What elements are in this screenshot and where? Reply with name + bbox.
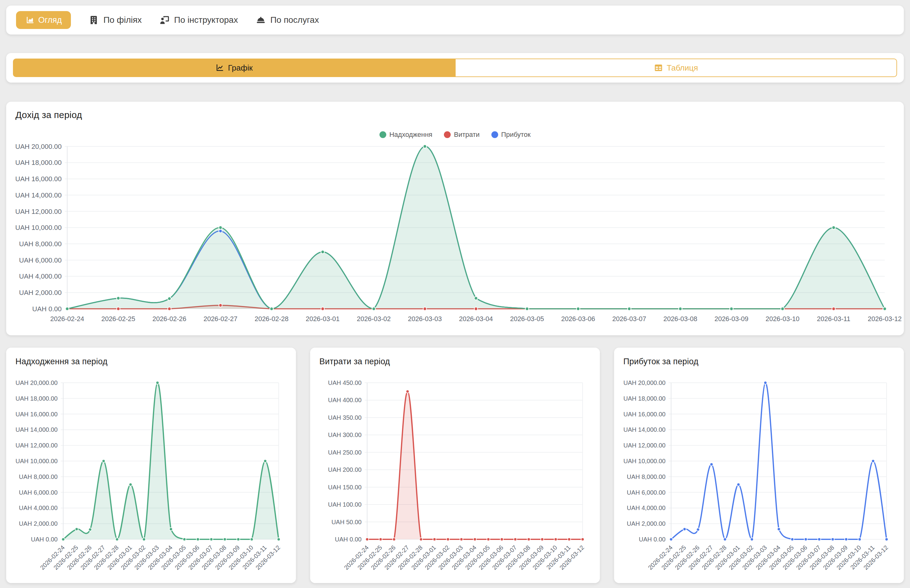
data-point-marker <box>697 528 700 531</box>
data-point-marker <box>474 296 478 300</box>
y-axis-tick-label: UAH 0.00 <box>335 536 362 543</box>
nav-tab-overview[interactable]: Огляд <box>16 11 71 29</box>
instructor-icon <box>160 15 170 25</box>
data-point-marker <box>250 538 254 541</box>
data-point-marker <box>196 538 199 541</box>
x-axis-tick-label: 2026-02-25 <box>102 315 135 323</box>
series-area-Витрати <box>367 391 583 539</box>
data-point-marker <box>791 538 794 541</box>
nav-tab-label: По інструкторах <box>174 15 238 25</box>
profit-chart-card: Прибуток за період UAH 0.00UAH 2,000.00U… <box>614 347 904 583</box>
x-axis-tick-label: 2026-03-02 <box>357 315 391 323</box>
data-point-marker <box>423 307 427 311</box>
nav-tab-services[interactable]: По послугах <box>256 15 319 25</box>
data-point-marker <box>554 538 558 541</box>
y-axis-tick-label: UAH 18,000.00 <box>15 395 58 402</box>
y-axis-tick-label: UAH 6,000.00 <box>19 257 61 264</box>
data-point-marker <box>781 307 784 311</box>
data-point-marker <box>61 538 65 541</box>
data-point-marker <box>219 304 222 307</box>
data-point-marker <box>237 538 240 541</box>
y-axis-tick-label: UAH 16,000.00 <box>15 175 61 183</box>
y-axis-tick-label: UAH 8,000.00 <box>19 473 58 480</box>
data-point-marker <box>116 538 119 541</box>
data-point-marker <box>525 307 529 311</box>
y-axis-tick-label: UAH 4,000.00 <box>627 504 666 511</box>
profit-chart-svg: UAH 0.00UAH 2,000.00UAH 4,000.00UAH 6,00… <box>614 347 904 583</box>
toggle-option-chart[interactable]: Графік <box>13 58 455 77</box>
bell-icon <box>256 15 266 25</box>
data-point-marker <box>567 538 571 541</box>
y-axis-tick-label: UAH 20,000.00 <box>623 380 666 386</box>
data-point-marker <box>372 307 375 311</box>
data-point-marker <box>831 538 834 541</box>
data-point-marker <box>219 226 222 229</box>
y-axis-tick-label: UAH 2,000.00 <box>627 520 666 527</box>
main-chart-card: Дохід за період НадходженняВитратиПрибут… <box>6 102 904 335</box>
x-axis-tick-label: 2026-03-11 <box>817 315 850 323</box>
y-axis-tick-label: UAH 450.00 <box>328 380 362 386</box>
x-axis-tick-label: 2026-03-10 <box>766 315 800 323</box>
y-axis-tick-label: UAH 10,000.00 <box>623 458 666 464</box>
data-point-marker <box>541 538 544 541</box>
y-axis-tick-label: UAH 8,000.00 <box>627 473 666 480</box>
x-axis-tick-label: 2026-03-06 <box>561 315 595 323</box>
nav-tab-instructors[interactable]: По інструкторах <box>160 15 238 25</box>
data-point-marker <box>487 538 490 541</box>
x-axis-tick-label: 2026-03-05 <box>510 315 544 323</box>
data-point-marker <box>514 538 517 541</box>
y-axis-tick-label: UAH 0.00 <box>32 305 61 313</box>
data-point-marker <box>832 307 836 311</box>
x-axis-tick-label: 2026-03-08 <box>663 315 697 323</box>
data-point-marker <box>156 381 159 384</box>
data-point-marker <box>500 538 503 541</box>
data-point-marker <box>168 297 171 300</box>
data-point-marker <box>270 307 273 311</box>
income-chart-card: Надходження за період UAH 0.00UAH 2,000.… <box>6 347 296 583</box>
y-axis-tick-label: UAH 2,000.00 <box>19 289 61 296</box>
data-point-marker <box>168 307 171 311</box>
x-axis-tick-label: 2026-03-04 <box>459 315 493 323</box>
data-point-marker <box>628 307 631 311</box>
main-chart-svg: UAH 0.00UAH 2,000.00UAH 4,000.00UAH 6,00… <box>6 102 904 335</box>
data-point-marker <box>679 307 682 311</box>
x-axis-tick-label: 2026-03-03 <box>408 315 442 323</box>
data-point-marker <box>379 538 382 541</box>
expenses-chart-card: Витрати за період UAH 0.00UAH 50.00UAH 1… <box>310 347 600 583</box>
data-point-marker <box>581 538 584 541</box>
data-point-marker <box>321 307 324 311</box>
data-point-marker <box>420 538 423 541</box>
y-axis-tick-label: UAH 20,000.00 <box>15 380 58 386</box>
data-point-marker <box>527 538 530 541</box>
data-point-marker <box>433 538 436 541</box>
data-point-marker <box>818 538 821 541</box>
view-toggle-card: Графік Таблиця <box>6 53 904 82</box>
data-point-marker <box>750 538 753 541</box>
y-axis-tick-label: UAH 150.00 <box>328 484 362 491</box>
y-axis-tick-label: UAH 6,000.00 <box>19 489 58 496</box>
y-axis-tick-label: UAH 0.00 <box>31 536 58 543</box>
y-axis-tick-label: UAH 18,000.00 <box>15 159 61 166</box>
data-point-marker <box>845 538 848 541</box>
data-point-marker <box>474 538 477 541</box>
chart-area-icon <box>25 16 34 25</box>
y-axis-tick-label: UAH 16,000.00 <box>623 411 666 418</box>
data-point-marker <box>406 390 409 393</box>
data-point-marker <box>577 307 580 311</box>
nav-tab-label: Огляд <box>38 15 61 25</box>
toggle-option-table[interactable]: Таблиця <box>455 58 897 77</box>
data-point-marker <box>777 528 781 531</box>
nav-tab-label: По послугах <box>270 15 319 25</box>
data-point-marker <box>66 307 69 311</box>
data-point-marker <box>804 538 807 541</box>
x-axis-tick-label: 2026-03-09 <box>714 315 748 323</box>
data-point-marker <box>183 538 186 541</box>
y-axis-tick-label: UAH 12,000.00 <box>623 442 666 449</box>
nav-tab-branches[interactable]: По філіях <box>89 15 142 25</box>
data-point-marker <box>883 307 887 311</box>
y-axis-tick-label: UAH 200.00 <box>328 466 362 473</box>
data-point-marker <box>423 145 427 148</box>
data-point-marker <box>393 538 396 541</box>
data-point-marker <box>446 538 449 541</box>
y-axis-tick-label: UAH 300.00 <box>328 431 362 438</box>
